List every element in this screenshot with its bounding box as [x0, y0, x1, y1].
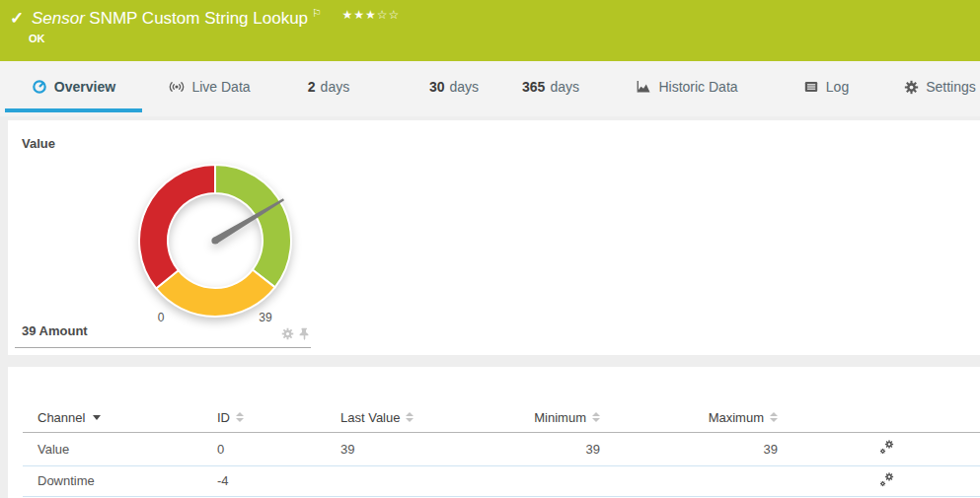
tab-number: 30 — [429, 79, 445, 95]
tab-overview[interactable]: Overview — [5, 61, 142, 112]
log-list-icon — [803, 79, 819, 95]
cell-channel: Value — [23, 432, 202, 465]
tab-settings[interactable]: Settings — [900, 61, 980, 112]
channels-table: Channel ID Last Value Minimum Maximum — [23, 404, 980, 497]
gauge-icon — [32, 79, 47, 95]
table-row-downtime: Downtime -4 — [23, 465, 980, 496]
gauge-pin-icon[interactable] — [299, 327, 310, 340]
sort-icon — [236, 412, 244, 422]
sensor-status-banner: ✓ Sensor SNMP Custom String Lookup⚐ ★★★☆… — [0, 0, 980, 61]
column-header-maximum[interactable]: Maximum — [615, 404, 792, 432]
cell-minimum — [424, 465, 615, 496]
gauge-max-label: 39 — [251, 311, 280, 324]
tab-live-data[interactable]: Live Data — [158, 61, 262, 112]
column-label: Channel — [38, 410, 85, 425]
cell-minimum: 39 — [424, 432, 615, 465]
sort-icon — [770, 412, 778, 422]
tab-number: 365 — [522, 79, 545, 95]
cell-id: -4 — [202, 465, 326, 496]
tab-label: days — [321, 79, 350, 95]
tab-label: Overview — [54, 79, 115, 95]
area-chart-icon — [636, 79, 651, 95]
sensor-title-line: Sensor SNMP Custom String Lookup⚐ ★★★☆☆ — [32, 7, 400, 29]
tab-label: days — [550, 79, 579, 95]
tab-365-days[interactable]: 365 days — [511, 61, 590, 112]
live-data-icon — [169, 79, 185, 95]
gauge-min-label: 0 — [146, 311, 176, 324]
table-row-value: Value 0 39 39 39 — [23, 432, 980, 465]
gauge-settings-gear-icon[interactable] — [281, 327, 294, 340]
overview-panel: Value 0 39 39 Amount — [8, 120, 980, 355]
column-header-actions — [792, 404, 980, 432]
cell-channel: Downtime — [23, 465, 202, 496]
column-label: Maximum — [709, 410, 764, 425]
column-label: ID — [217, 410, 230, 425]
column-header-minimum[interactable]: Minimum — [424, 404, 615, 432]
gauge-footer-label: 39 Amount — [22, 323, 88, 338]
sort-icon — [406, 412, 414, 422]
column-label: Minimum — [534, 410, 586, 425]
tab-log[interactable]: Log — [795, 61, 857, 112]
column-header-last-value[interactable]: Last Value — [326, 404, 424, 432]
channel-settings-gears-icon[interactable] — [878, 471, 895, 488]
value-gauge — [126, 152, 304, 329]
sensor-title: SNMP Custom String Lookup — [89, 9, 308, 28]
gear-icon — [904, 80, 919, 95]
tab-label: Log — [826, 79, 849, 95]
tab-label: Historic Data — [658, 79, 737, 95]
cell-id: 0 — [202, 432, 326, 465]
channel-settings-gears-icon[interactable] — [878, 439, 895, 456]
column-header-channel[interactable]: Channel — [23, 404, 202, 432]
channels-panel: Channel ID Last Value Minimum Maximum — [8, 367, 980, 498]
sort-caret-icon — [93, 415, 101, 420]
cell-maximum — [615, 465, 792, 496]
tab-number: 2 — [308, 79, 316, 95]
tab-label: Live Data — [191, 79, 250, 95]
cell-last-value: 39 — [326, 432, 424, 465]
cell-maximum: 39 — [615, 432, 792, 465]
tab-bar: Overview Live Data 2 days 30 days 365 da… — [0, 61, 980, 116]
column-header-id[interactable]: ID — [202, 404, 326, 432]
stars-filled: ★★★ — [341, 8, 376, 22]
tab-label: Settings — [926, 79, 976, 95]
tab-label: days — [450, 79, 480, 95]
priority-stars[interactable]: ★★★☆☆ — [341, 8, 400, 22]
column-label: Last Value — [340, 410, 400, 425]
sensor-status-text: OK — [29, 33, 45, 44]
ok-check-icon: ✓ — [10, 8, 24, 29]
flag-icon[interactable]: ⚐ — [312, 7, 322, 19]
tab-30-days[interactable]: 30 days — [419, 61, 489, 112]
tab-2-days[interactable]: 2 days — [296, 61, 361, 112]
sensor-kind-label: Sensor — [32, 9, 85, 28]
gauge-divider — [15, 347, 311, 348]
tab-historic-data[interactable]: Historic Data — [632, 61, 742, 112]
gauge-panel-title: Value — [22, 136, 55, 151]
cell-last-value — [326, 465, 424, 496]
sort-icon — [592, 412, 600, 422]
stars-empty: ☆☆ — [377, 8, 401, 22]
